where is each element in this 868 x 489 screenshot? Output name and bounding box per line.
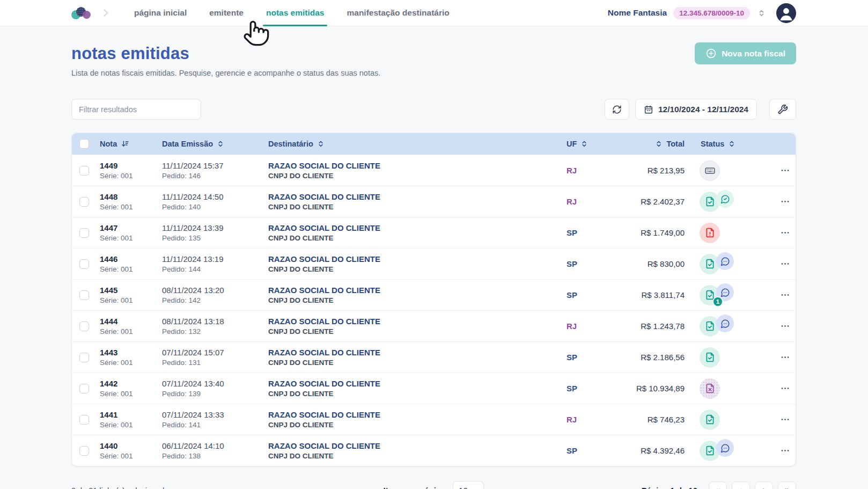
ellipsis-icon xyxy=(780,228,790,238)
row-actions-button[interactable] xyxy=(774,446,796,456)
company-switcher-icon[interactable] xyxy=(756,8,767,18)
message-dots-icon[interactable] xyxy=(716,315,734,332)
last-page-button[interactable]: » xyxy=(778,481,796,489)
recipient-name[interactable]: RAZAO SOCIAL DO CLIENTE xyxy=(268,161,567,170)
next-page-button[interactable]: › xyxy=(755,481,773,489)
recipient-name[interactable]: RAZAO SOCIAL DO CLIENTE xyxy=(268,410,567,419)
recipient-name[interactable]: RAZAO SOCIAL DO CLIENTE xyxy=(268,379,567,388)
invoice-series: Série: 001 xyxy=(100,452,162,460)
row-checkbox[interactable] xyxy=(79,322,89,331)
table-body: 1449 Série: 001 11/11/2024 15:37 Pedido:… xyxy=(72,155,796,466)
recipient-name[interactable]: RAZAO SOCIAL DO CLIENTE xyxy=(268,192,567,201)
row-actions-button[interactable] xyxy=(774,196,796,207)
recipient-name[interactable]: RAZAO SOCIAL DO CLIENTE xyxy=(268,317,567,326)
document-check-icon[interactable] xyxy=(700,410,720,430)
table-row: 1442 Série: 001 07/11/2024 13:40 Pedido:… xyxy=(72,373,796,404)
row-actions-button[interactable] xyxy=(774,321,796,331)
row-actions-button[interactable] xyxy=(774,414,796,425)
status-icons xyxy=(700,378,774,399)
refresh-button[interactable] xyxy=(605,99,629,120)
nav-item-emitente[interactable]: emitente xyxy=(203,0,250,26)
row-actions-button[interactable] xyxy=(774,290,796,300)
table-footer: 0 de 91 linha(s) selecionadas. Itens por… xyxy=(71,481,796,489)
nav-item-notas-emitidas[interactable]: notas emitidas xyxy=(260,0,331,26)
row-actions-button[interactable] xyxy=(774,259,796,269)
total-value: R$ 2.402,37 xyxy=(634,197,695,206)
selection-info: 0 de 91 linha(s) selecionadas. xyxy=(71,486,384,489)
message-check-icon[interactable] xyxy=(716,190,734,208)
nav-item-página-inicial[interactable]: página inicial xyxy=(128,0,193,26)
row-actions-button[interactable] xyxy=(774,383,796,393)
invoice-number: 1441 xyxy=(100,410,162,419)
message-dots-icon[interactable] xyxy=(716,252,734,270)
recipient-name[interactable]: RAZAO SOCIAL DO CLIENTE xyxy=(268,441,567,450)
items-per-page-select[interactable]: 10 xyxy=(453,481,484,489)
issue-date: 08/11/2024 13:18 xyxy=(162,317,268,326)
row-checkbox[interactable] xyxy=(79,197,89,207)
keyboard-icon[interactable] xyxy=(700,160,720,181)
row-actions-button[interactable] xyxy=(774,352,796,362)
select-all-checkbox[interactable] xyxy=(79,139,89,149)
recipient-cnpj: CNPJ DO CLIENTE xyxy=(268,327,567,335)
row-checkbox[interactable] xyxy=(79,384,89,393)
new-invoice-button[interactable]: Nova nota fiscal xyxy=(695,42,796,64)
column-header-data-emissao[interactable]: Data Emissão xyxy=(162,140,268,148)
filter-input[interactable] xyxy=(71,99,201,120)
first-page-button[interactable]: « xyxy=(709,481,727,489)
invoice-number: 1444 xyxy=(100,317,162,326)
total-value: R$ 746,23 xyxy=(634,415,695,424)
company-cnpj-badge: 12.345.678/0009-10 xyxy=(673,7,750,19)
topbar: página inicialemitentenotas emitidasmani… xyxy=(0,0,868,26)
nav-item-manifestação-destinatário[interactable]: manifestação destinatário xyxy=(340,0,455,26)
document-alert-icon[interactable] xyxy=(700,223,720,243)
column-header-uf[interactable]: UF xyxy=(567,140,634,148)
ellipsis-icon xyxy=(780,383,790,393)
recipient-name[interactable]: RAZAO SOCIAL DO CLIENTE xyxy=(268,348,567,357)
page-info: Página 1 de 10 xyxy=(642,486,697,489)
recipient-cnpj: CNPJ DO CLIENTE xyxy=(268,421,567,429)
row-checkbox[interactable] xyxy=(79,353,89,362)
invoice-series: Série: 001 xyxy=(100,172,162,180)
recipient-name[interactable]: RAZAO SOCIAL DO CLIENTE xyxy=(268,286,567,295)
table-row: 1446 Série: 001 11/11/2024 13:19 Pedido:… xyxy=(72,248,796,279)
total-value: R$ 3.811,74 xyxy=(634,290,695,300)
document-x-icon[interactable] xyxy=(700,378,720,399)
row-checkbox[interactable] xyxy=(79,446,89,456)
app-logo[interactable] xyxy=(71,5,91,20)
brand xyxy=(71,5,111,20)
document-check-icon[interactable] xyxy=(700,347,720,368)
row-actions-button[interactable] xyxy=(774,228,796,238)
invoices-table: Nota Data Emissão Destinatário UF xyxy=(71,133,796,466)
settings-button[interactable] xyxy=(769,99,796,120)
sort-updown-icon xyxy=(728,140,735,148)
ellipsis-icon xyxy=(780,446,790,456)
invoice-number: 1446 xyxy=(100,254,162,264)
previous-page-button[interactable]: ‹ xyxy=(732,481,750,489)
row-checkbox[interactable] xyxy=(79,415,89,425)
row-checkbox[interactable] xyxy=(79,259,89,269)
row-checkbox[interactable] xyxy=(79,166,89,176)
column-header-nota[interactable]: Nota xyxy=(100,140,162,148)
recipient-name[interactable]: RAZAO SOCIAL DO CLIENTE xyxy=(268,223,567,232)
status-icons xyxy=(700,441,774,461)
column-header-total[interactable]: Total xyxy=(634,140,695,148)
ellipsis-icon xyxy=(780,414,790,425)
row-checkbox[interactable] xyxy=(79,290,89,300)
column-header-destinatario[interactable]: Destinatário xyxy=(268,140,567,148)
column-header-status[interactable]: Status xyxy=(695,140,774,148)
recipient-cnpj: CNPJ DO CLIENTE xyxy=(268,359,567,367)
table-row: 1444 Série: 001 08/11/2024 13:18 Pedido:… xyxy=(72,310,796,341)
row-actions-button[interactable] xyxy=(774,165,796,176)
invoice-number: 1447 xyxy=(100,223,162,232)
table-row: 1445 Série: 001 08/11/2024 13:20 Pedido:… xyxy=(72,279,796,310)
sort-updown-icon xyxy=(217,140,224,148)
user-avatar[interactable] xyxy=(776,3,796,23)
page-subtitle: Lista de notas fiscais emitidas. Pesquis… xyxy=(71,69,796,77)
row-checkbox[interactable] xyxy=(79,228,89,238)
date-range-button[interactable]: 12/10/2024 - 12/11/2024 xyxy=(635,99,757,120)
ellipsis-icon xyxy=(780,165,790,176)
recipient-name[interactable]: RAZAO SOCIAL DO CLIENTE xyxy=(268,254,567,264)
uf-value: RJ xyxy=(567,166,634,175)
recipient-cnpj: CNPJ DO CLIENTE xyxy=(268,296,567,304)
message-dots-icon[interactable] xyxy=(716,439,734,457)
